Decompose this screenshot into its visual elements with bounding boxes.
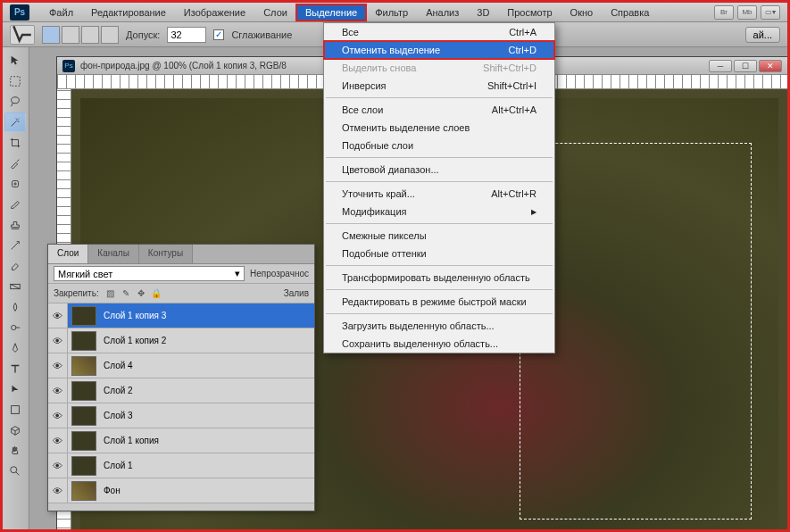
menu-слои[interactable]: Слои <box>254 4 296 21</box>
visibility-toggle-icon[interactable]: 👁 <box>48 453 68 478</box>
layer-row[interactable]: 👁Слой 1 копия <box>48 428 314 453</box>
layer-thumbnail[interactable] <box>71 481 96 501</box>
tool-preset-icon[interactable] <box>10 25 35 45</box>
type-tool[interactable] <box>4 359 26 378</box>
menu-item[interactable]: Отменить выделение слоев <box>324 119 554 137</box>
minimize-button[interactable]: ─ <box>709 60 732 72</box>
menu-файл[interactable]: Файл <box>40 4 82 21</box>
menu-3d[interactable]: 3D <box>468 4 498 21</box>
3d-tool[interactable] <box>4 420 26 440</box>
visibility-toggle-icon[interactable]: 👁 <box>48 478 68 503</box>
tolerance-input[interactable] <box>167 27 206 43</box>
close-button[interactable]: ✕ <box>759 60 782 72</box>
panel-tab-1[interactable]: Каналы <box>88 245 139 263</box>
stamp-tool[interactable] <box>4 215 26 235</box>
eyedropper-tool[interactable] <box>4 154 26 173</box>
marquee-tool[interactable] <box>4 71 26 91</box>
path-select-tool[interactable] <box>4 379 26 399</box>
menu-item[interactable]: Все слоиAlt+Ctrl+A <box>324 101 554 119</box>
menu-item[interactable]: Подобные оттенки <box>324 245 554 262</box>
layer-row[interactable]: 👁Слой 2 <box>48 378 314 403</box>
menu-окно[interactable]: Окно <box>561 4 603 21</box>
lock-pixels-icon[interactable]: ✎ <box>120 287 132 300</box>
pen-tool[interactable] <box>4 338 26 358</box>
menu-item[interactable]: Модификация▶ <box>324 203 554 220</box>
blur-tool[interactable] <box>4 297 26 317</box>
shortcut-label: Shift+Ctrl+D <box>483 62 536 73</box>
layer-thumbnail[interactable] <box>71 381 96 401</box>
menu-item[interactable]: ИнверсияShift+Ctrl+I <box>324 77 554 95</box>
menu-item[interactable]: Трансформировать выделенную область <box>324 269 554 287</box>
visibility-toggle-icon[interactable]: 👁 <box>48 403 68 428</box>
screen-mode-button[interactable]: ▭▾ <box>761 5 780 20</box>
healing-tool[interactable] <box>4 174 26 194</box>
move-tool[interactable] <box>4 51 26 71</box>
menu-item[interactable]: Смежные пикселы <box>324 227 554 245</box>
refine-edge-button[interactable]: ай... <box>745 27 780 43</box>
history-brush-tool[interactable] <box>4 236 26 255</box>
menu-item[interactable]: Цветовой диапазон... <box>324 161 554 179</box>
layer-row[interactable]: 👁Слой 4 <box>48 353 314 378</box>
layer-thumbnail[interactable] <box>71 306 96 326</box>
layer-thumbnail[interactable] <box>71 456 96 476</box>
crop-tool[interactable] <box>4 133 26 153</box>
menu-separator <box>326 289 553 290</box>
brush-tool[interactable] <box>4 195 26 214</box>
blend-mode-select[interactable]: Мягкий свет▾ <box>54 266 245 281</box>
zoom-tool[interactable] <box>4 461 26 481</box>
panel-tab-0[interactable]: Слои <box>48 245 88 263</box>
lock-position-icon[interactable]: ✥ <box>135 287 147 300</box>
menu-выделение[interactable]: Выделение <box>296 4 366 21</box>
selection-intersect-button[interactable] <box>101 26 119 44</box>
selection-subtract-button[interactable] <box>81 26 99 44</box>
layer-thumbnail[interactable] <box>71 356 96 376</box>
layer-row[interactable]: 👁Слой 3 <box>48 403 314 428</box>
menu-item[interactable]: Редактировать в режиме быстрой маски <box>324 293 554 311</box>
bridge-button[interactable]: Br <box>714 5 734 20</box>
lasso-tool[interactable] <box>4 92 26 112</box>
menu-item[interactable]: Уточнить край...Alt+Ctrl+R <box>324 185 554 203</box>
lock-all-icon[interactable]: 🔒 <box>150 287 162 300</box>
hand-tool[interactable] <box>4 441 26 461</box>
visibility-toggle-icon[interactable]: 👁 <box>48 428 68 453</box>
visibility-toggle-icon[interactable]: 👁 <box>48 378 68 403</box>
visibility-toggle-icon[interactable]: 👁 <box>48 303 68 328</box>
menu-item[interactable]: ВсеCtrl+A <box>324 23 554 41</box>
maximize-button[interactable]: ☐ <box>734 60 757 72</box>
menu-анализ[interactable]: Анализ <box>417 4 468 21</box>
dodge-tool[interactable] <box>4 318 26 337</box>
shape-tool[interactable] <box>4 400 26 420</box>
menu-изображение[interactable]: Изображение <box>175 4 254 21</box>
menu-item[interactable]: Отменить выделениеCtrl+D <box>324 41 554 59</box>
layer-row[interactable]: 👁Фон <box>48 478 314 503</box>
minibridge-button[interactable]: Mb <box>737 5 757 20</box>
ps-logo: Ps <box>10 4 29 21</box>
selection-new-button[interactable] <box>42 26 60 44</box>
menu-просмотр[interactable]: Просмотр <box>498 4 561 21</box>
layer-name-label: Слой 1 копия 2 <box>100 336 314 345</box>
menu-редактирование[interactable]: Редактирование <box>82 4 175 21</box>
eraser-tool[interactable] <box>4 256 26 276</box>
menu-item[interactable]: Сохранить выделенную область... <box>324 335 554 353</box>
visibility-toggle-icon[interactable]: 👁 <box>48 353 68 378</box>
layer-row[interactable]: 👁Слой 1 копия 2 <box>48 328 314 353</box>
panel-tab-2[interactable]: Контуры <box>139 245 193 263</box>
lock-transparency-icon[interactable]: ▨ <box>104 287 117 300</box>
menu-фильтр[interactable]: Фильтр <box>366 4 417 21</box>
menu-item[interactable]: Подобные слои <box>324 137 554 154</box>
menu-item-label: Модификация <box>342 206 407 217</box>
menu-item-label: Отменить выделение слоев <box>342 122 470 133</box>
layers-list: 👁Слой 1 копия 3👁Слой 1 копия 2👁Слой 4👁Сл… <box>48 303 314 511</box>
visibility-toggle-icon[interactable]: 👁 <box>48 328 68 353</box>
menu-справка[interactable]: Справка <box>602 4 658 21</box>
layer-thumbnail[interactable] <box>71 406 96 426</box>
gradient-tool[interactable] <box>4 277 26 296</box>
layer-thumbnail[interactable] <box>71 331 96 351</box>
magic-wand-tool[interactable] <box>4 112 26 132</box>
layer-thumbnail[interactable] <box>71 431 96 451</box>
menu-item[interactable]: Загрузить выделенную область... <box>324 317 554 335</box>
layer-row[interactable]: 👁Слой 1 <box>48 453 314 478</box>
layer-row[interactable]: 👁Слой 1 копия 3 <box>48 303 314 328</box>
antialias-checkbox[interactable]: ✓ <box>213 29 224 40</box>
selection-add-button[interactable] <box>62 26 79 44</box>
